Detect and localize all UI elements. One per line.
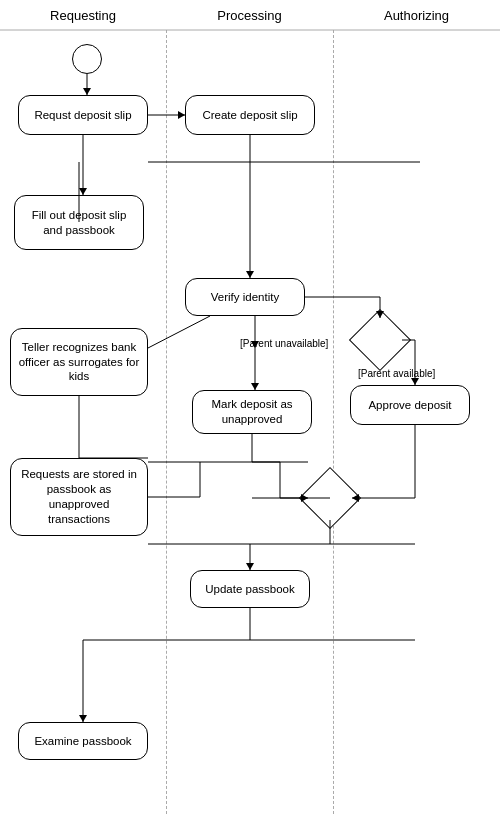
request-deposit-slip: Requst deposit slip (18, 95, 148, 135)
svg-marker-4 (178, 111, 185, 119)
svg-marker-22 (411, 378, 419, 385)
divider-1 (166, 30, 167, 814)
svg-marker-11 (246, 271, 254, 278)
fill-out-slip: Fill out deposit slip and passbook (14, 195, 144, 250)
verify-identity: Verify identity (185, 278, 305, 316)
examine-passbook: Examine passbook (18, 722, 148, 760)
lane-requesting: Requesting (0, 8, 166, 23)
teller-recognizes: Teller recognizes bank officer as surrog… (10, 328, 148, 396)
svg-marker-9 (79, 188, 87, 195)
svg-marker-16 (251, 383, 259, 390)
diamond-parent-check (358, 318, 402, 362)
create-deposit-slip: Create deposit slip (185, 95, 315, 135)
update-passbook: Update passbook (190, 570, 310, 608)
svg-marker-39 (79, 715, 87, 722)
svg-marker-35 (246, 563, 254, 570)
svg-line-12 (148, 316, 210, 348)
svg-marker-2 (83, 88, 91, 95)
label-parent-unavailable: [Parent unavailable] (240, 338, 328, 349)
approve-deposit: Approve deposit (350, 385, 470, 425)
mark-unapproved: Mark deposit as unapproved (192, 390, 312, 434)
diamond-merge (308, 476, 352, 520)
lane-authorizing: Authorizing (333, 8, 500, 23)
lane-processing: Processing (166, 8, 333, 23)
divider-2 (333, 30, 334, 814)
requests-stored: Requests are stored in passbook as unapp… (10, 458, 148, 536)
label-parent-available: [Parent available] (358, 368, 435, 379)
start-circle (72, 44, 102, 74)
diagram-container: Requesting Processing Authorizing Requst… (0, 0, 500, 814)
